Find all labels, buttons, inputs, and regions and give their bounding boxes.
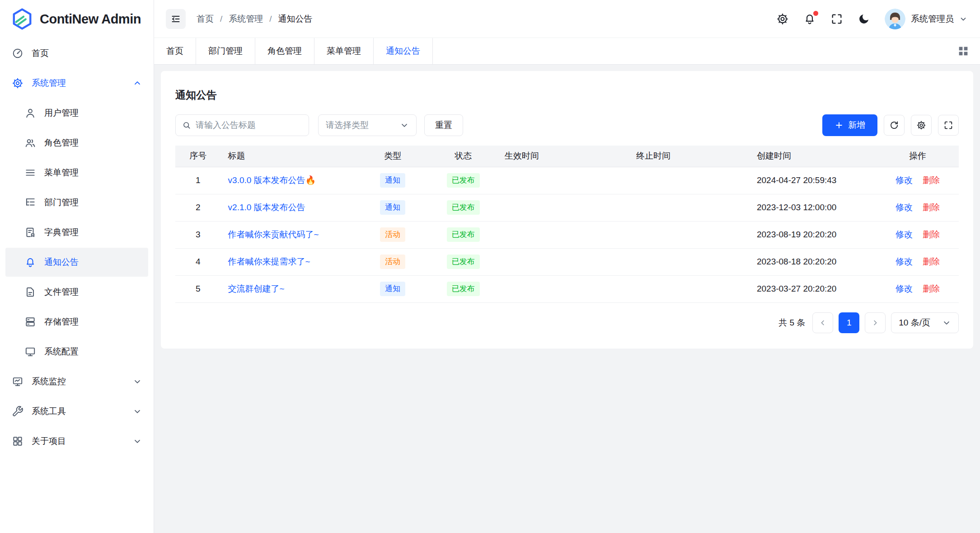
users-icon bbox=[24, 137, 36, 149]
sidebar-item-role-management[interactable]: 角色管理 bbox=[5, 128, 148, 157]
sidebar-item-notice-announcement[interactable]: 通知公告 bbox=[5, 248, 148, 277]
sidebar-item-system-monitor[interactable]: 系统监控 bbox=[5, 367, 148, 396]
edit-link[interactable]: 修改 bbox=[896, 230, 913, 239]
plus-icon bbox=[835, 121, 844, 130]
sidebar-item-system-config[interactable]: 系统配置 bbox=[5, 337, 148, 366]
edit-link[interactable]: 修改 bbox=[896, 257, 913, 266]
fullscreen-icon[interactable] bbox=[830, 13, 843, 25]
sidebar-item-label: 用户管理 bbox=[44, 107, 79, 119]
sidebar-item-dictionary-management[interactable]: 字典管理 bbox=[5, 218, 148, 247]
sidebar-item-storage-management[interactable]: 存储管理 bbox=[5, 307, 148, 336]
cell-no: 4 bbox=[175, 248, 221, 275]
prev-page-button[interactable] bbox=[812, 312, 833, 333]
sidebar-item-label: 系统监控 bbox=[32, 376, 66, 387]
col-header-status: 状态 bbox=[429, 146, 497, 167]
notice-title-link[interactable]: 作者喊你来提需求了~ bbox=[228, 257, 310, 266]
grid-icon bbox=[12, 435, 23, 447]
sidebar-menu: 首页 系统管理 bbox=[0, 38, 154, 458]
chevron-down-icon bbox=[133, 437, 142, 446]
table-row: 5 交流群创建了~ 通知 已发布 2023-03-27 20:20:20 修改删… bbox=[175, 275, 959, 302]
status-tag: 已发布 bbox=[447, 282, 480, 296]
breadcrumb-section[interactable]: 系统管理 bbox=[229, 13, 263, 25]
table-fullscreen-button[interactable] bbox=[938, 115, 959, 136]
sidebar-item-label: 部门管理 bbox=[44, 197, 79, 208]
edit-link[interactable]: 修改 bbox=[896, 203, 913, 212]
topbar-actions: 系统管理员 bbox=[776, 9, 967, 29]
chevron-up-icon bbox=[133, 79, 142, 88]
dark-mode-moon-icon[interactable] bbox=[858, 13, 870, 25]
edit-link[interactable]: 修改 bbox=[896, 175, 913, 185]
user-icon bbox=[24, 107, 36, 119]
page-size-select[interactable]: 10 条/页 bbox=[891, 312, 959, 333]
sidebar-item-department-management[interactable]: 部门管理 bbox=[5, 188, 148, 217]
edit-link[interactable]: 修改 bbox=[896, 284, 913, 293]
breadcrumb-home[interactable]: 首页 bbox=[197, 13, 214, 25]
cell-end-time bbox=[629, 167, 750, 194]
delete-link[interactable]: 删除 bbox=[923, 284, 940, 293]
notice-title-link[interactable]: v2.1.0 版本发布公告 bbox=[228, 203, 305, 212]
sidebar-item-user-management[interactable]: 用户管理 bbox=[5, 99, 148, 127]
tab-notice-announcement[interactable]: 通知公告 bbox=[374, 38, 433, 64]
notice-title-link[interactable]: 作者喊你来贡献代码了~ bbox=[228, 230, 319, 239]
settings-icon[interactable] bbox=[776, 13, 789, 25]
column-settings-button[interactable] bbox=[911, 115, 932, 136]
refresh-icon bbox=[889, 120, 899, 130]
sidebar-item-about-project[interactable]: 关于项目 bbox=[5, 427, 148, 456]
tab-home[interactable]: 首页 bbox=[154, 38, 196, 64]
menu-lines-icon bbox=[24, 167, 36, 179]
tab-department-management[interactable]: 部门管理 bbox=[196, 38, 255, 64]
delete-link[interactable]: 删除 bbox=[923, 175, 940, 185]
delete-link[interactable]: 删除 bbox=[923, 203, 940, 212]
tab-label: 菜单管理 bbox=[327, 45, 361, 57]
type-select[interactable]: 请选择类型 bbox=[318, 114, 417, 136]
tab-role-management[interactable]: 角色管理 bbox=[255, 38, 314, 64]
chevron-down-icon bbox=[942, 318, 951, 327]
app-logo[interactable]: ContiNew Admin bbox=[0, 0, 154, 38]
sidebar-item-system-management[interactable]: 系统管理 bbox=[5, 69, 148, 98]
toolbar-right: 新增 bbox=[822, 114, 959, 136]
breadcrumb-separator: / bbox=[220, 14, 222, 24]
status-tag: 已发布 bbox=[447, 227, 480, 242]
chevron-down-icon bbox=[400, 121, 409, 130]
search-input[interactable] bbox=[196, 120, 302, 130]
notice-title-link[interactable]: 交流群创建了~ bbox=[228, 284, 285, 293]
sidebar-item-file-management[interactable]: 文件管理 bbox=[5, 278, 148, 307]
add-button-label: 新增 bbox=[848, 119, 865, 131]
table-row: 2 v2.1.0 版本发布公告 通知 已发布 2023-12-03 12:00:… bbox=[175, 194, 959, 221]
sidebar-item-system-tools[interactable]: 系统工具 bbox=[5, 397, 148, 426]
refresh-button[interactable] bbox=[884, 115, 905, 136]
tab-actions-grid-icon[interactable] bbox=[957, 44, 970, 58]
cell-effective-time bbox=[497, 248, 629, 275]
tabbar: 首页 部门管理 角色管理 菜单管理 通知公告 bbox=[154, 38, 980, 65]
delete-link[interactable]: 删除 bbox=[923, 257, 940, 266]
sidebar-item-menu-management[interactable]: 菜单管理 bbox=[5, 158, 148, 187]
org-tree-icon bbox=[24, 197, 36, 208]
cell-no: 5 bbox=[175, 275, 221, 302]
notification-badge bbox=[813, 11, 818, 16]
chevron-down-icon bbox=[959, 15, 967, 23]
sidebar-item-label: 系统配置 bbox=[44, 346, 79, 358]
current-page-button[interactable]: 1 bbox=[839, 312, 859, 333]
user-menu[interactable]: 系统管理员 bbox=[885, 9, 967, 29]
sidebar: ContiNew Admin 首页 系统管理 bbox=[0, 0, 154, 533]
sidebar-item-label: 通知公告 bbox=[44, 256, 79, 268]
col-header-no: 序号 bbox=[175, 146, 221, 167]
reset-button[interactable]: 重置 bbox=[424, 114, 463, 136]
sidebar-collapse-button[interactable] bbox=[166, 9, 186, 29]
delete-link[interactable]: 删除 bbox=[923, 230, 940, 239]
cell-created-time: 2023-03-27 20:20:20 bbox=[750, 275, 877, 302]
notice-title-link[interactable]: v3.0.0 版本发布公告🔥 bbox=[228, 175, 316, 185]
chevron-left-icon bbox=[819, 319, 827, 327]
tab-label: 首页 bbox=[166, 45, 183, 57]
status-tag: 已发布 bbox=[447, 173, 480, 188]
pagination: 共 5 条 1 10 条/页 bbox=[175, 312, 959, 333]
sidebar-item-home[interactable]: 首页 bbox=[5, 39, 148, 68]
add-button[interactable]: 新增 bbox=[822, 114, 877, 136]
tab-label: 部门管理 bbox=[208, 45, 243, 57]
table-row: 1 v3.0.0 版本发布公告🔥 通知 已发布 2024-04-27 20:59… bbox=[175, 167, 959, 194]
notifications-button[interactable] bbox=[803, 13, 816, 25]
app-window: ContiNew Admin 首页 系统管理 bbox=[0, 0, 980, 533]
next-page-button[interactable] bbox=[865, 312, 886, 333]
tab-menu-management[interactable]: 菜单管理 bbox=[314, 38, 374, 64]
sidebar-item-label: 系统工具 bbox=[32, 406, 66, 417]
